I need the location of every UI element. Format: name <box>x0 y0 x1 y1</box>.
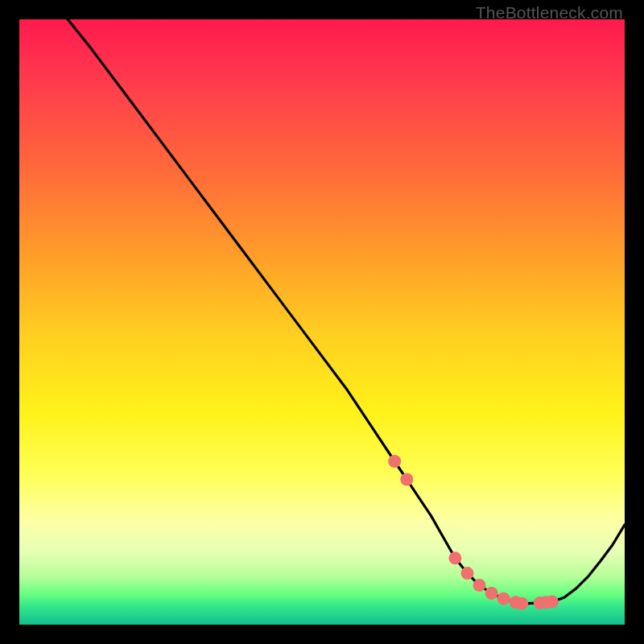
curve-point <box>485 587 498 600</box>
curve-point <box>388 455 401 468</box>
curve-point <box>448 551 461 564</box>
chart-frame: TheBottleneck.com <box>0 0 644 644</box>
curve-point <box>400 473 413 486</box>
curve-point <box>461 567 474 580</box>
curve-svg <box>19 19 625 625</box>
curve-point <box>473 579 486 592</box>
curve-point <box>515 597 528 610</box>
curve-points <box>388 455 559 610</box>
curve-point <box>497 592 510 605</box>
bottleneck-curve <box>68 19 625 604</box>
plot-area <box>19 19 625 625</box>
watermark-text: TheBottleneck.com <box>476 3 623 23</box>
curve-point <box>546 595 559 608</box>
